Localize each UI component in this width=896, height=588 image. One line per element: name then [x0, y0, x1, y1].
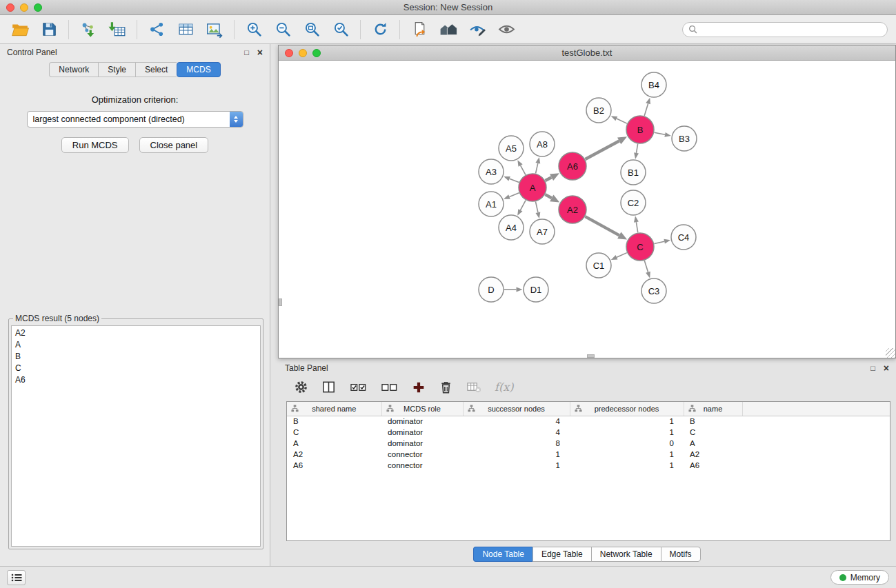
edge-B-B4[interactable]: [644, 98, 650, 116]
edge-B-B3[interactable]: [655, 132, 671, 137]
graph-node-C1[interactable]: C1: [586, 253, 611, 278]
float-panel-icon[interactable]: □: [244, 48, 249, 57]
column-header-predecessor-nodes[interactable]: predecessor nodes: [570, 402, 684, 416]
edge-A-A8[interactable]: [535, 157, 540, 173]
edge-B-B2[interactable]: [611, 116, 627, 123]
edge-A-A4[interactable]: [517, 201, 526, 216]
edge-C-C3[interactable]: [644, 261, 650, 278]
graph-node-A[interactable]: A: [519, 174, 546, 201]
show-graphics-details-button[interactable]: [492, 17, 521, 42]
memory-button[interactable]: Memory: [830, 570, 889, 585]
graph-node-B[interactable]: B: [626, 116, 654, 143]
mcds-result-item[interactable]: A6: [12, 374, 260, 386]
mcds-result-item[interactable]: C: [12, 363, 260, 374]
edge-A2-C[interactable]: [585, 216, 627, 239]
run-mcds-button[interactable]: Run MCDS: [61, 137, 129, 153]
network-canvas[interactable]: AA2A6BCA1A3A4A5A7A8B1B2B3B4C1C2C3C4DD1: [279, 61, 895, 358]
graph-node-D1[interactable]: D1: [524, 277, 548, 302]
new-table-button[interactable]: [171, 17, 200, 42]
import-table-button[interactable]: [103, 17, 132, 42]
zoom-selected-button[interactable]: [326, 17, 355, 42]
graph-node-C[interactable]: C: [626, 233, 654, 261]
graph-node-A8[interactable]: A8: [530, 132, 555, 156]
graph-node-A7[interactable]: A7: [530, 219, 555, 244]
edge-A-A6[interactable]: [546, 173, 560, 181]
edge-A-A1[interactable]: [504, 193, 519, 199]
select-all-columns-button[interactable]: [347, 378, 369, 396]
tab-node-table[interactable]: Node Table: [473, 547, 532, 562]
network-minimize-button[interactable]: [299, 49, 307, 57]
search-box[interactable]: [682, 22, 888, 37]
graph-node-A3[interactable]: A3: [479, 159, 504, 184]
mcds-result-item[interactable]: A: [12, 339, 260, 351]
search-input[interactable]: [701, 25, 882, 34]
unselect-all-columns-button[interactable]: [378, 378, 400, 396]
column-header-mcds-role[interactable]: MCDS role: [381, 402, 463, 416]
tab-network[interactable]: Network: [49, 62, 98, 77]
edge-A-A7[interactable]: [535, 202, 540, 219]
save-session-button[interactable]: [34, 17, 63, 42]
edge-C-C2[interactable]: [634, 216, 639, 232]
column-header-successor-nodes[interactable]: successor nodes: [463, 402, 570, 416]
new-network-button[interactable]: [142, 17, 171, 42]
graph-node-C4[interactable]: C4: [671, 225, 696, 250]
edge-A-A2[interactable]: [545, 194, 559, 202]
edge-D-D1[interactable]: [504, 287, 523, 292]
vertical-scroll-thumb[interactable]: [279, 298, 282, 306]
import-network-button[interactable]: [74, 17, 103, 42]
edge-A-A3[interactable]: [504, 176, 519, 183]
close-table-panel-icon[interactable]: ×: [884, 364, 889, 372]
tab-mcds[interactable]: MCDS: [177, 62, 220, 77]
column-header-name[interactable]: name: [684, 402, 742, 416]
tab-style[interactable]: Style: [98, 62, 135, 77]
function-builder-button[interactable]: f(x): [495, 381, 513, 394]
network-zoom-button[interactable]: [312, 49, 321, 57]
graph-node-D[interactable]: D: [479, 277, 504, 302]
close-panel-icon[interactable]: ×: [257, 48, 263, 57]
graph-node-A6[interactable]: A6: [559, 152, 586, 180]
horizontal-scroll-thumb[interactable]: [587, 354, 595, 358]
table-row[interactable]: Cdominator41C: [287, 427, 890, 438]
close-window-button[interactable]: [6, 3, 14, 12]
graph-node-B3[interactable]: B3: [672, 126, 697, 151]
graph-node-A5[interactable]: A5: [499, 136, 524, 161]
column-header-shared-name[interactable]: shared name: [287, 402, 381, 416]
edge-C-C4[interactable]: [654, 239, 670, 244]
edge-A-A5[interactable]: [517, 160, 526, 174]
tab-motifs[interactable]: Motifs: [661, 547, 701, 562]
graph-node-C3[interactable]: C3: [641, 278, 666, 303]
mcds-result-item[interactable]: B: [12, 351, 260, 363]
refresh-view-button[interactable]: [366, 17, 395, 42]
tab-network-table[interactable]: Network Table: [591, 547, 661, 562]
create-new-column-button[interactable]: [409, 378, 428, 396]
graph-node-A4[interactable]: A4: [499, 215, 524, 240]
node-table[interactable]: shared nameMCDS rolesuccessor nodesprede…: [286, 401, 890, 541]
graph-node-C2[interactable]: C2: [621, 190, 646, 215]
delete-columns-button[interactable]: [437, 378, 455, 396]
graph-node-A2[interactable]: A2: [559, 196, 586, 223]
task-history-button[interactable]: [7, 570, 26, 585]
zoom-fit-button[interactable]: [297, 17, 326, 42]
zoom-window-button[interactable]: [34, 3, 42, 12]
zoom-out-button[interactable]: [268, 17, 297, 42]
resize-grip[interactable]: [886, 348, 895, 358]
graph-node-B2[interactable]: B2: [586, 98, 611, 123]
table-row[interactable]: Bdominator41B: [287, 416, 890, 427]
zoom-in-button[interactable]: [239, 17, 268, 42]
apply-style-button[interactable]: [463, 17, 492, 42]
graph-node-A1[interactable]: A1: [479, 192, 504, 216]
table-row[interactable]: Adominator80A: [287, 438, 890, 449]
edge-B-B1[interactable]: [634, 144, 639, 159]
graph-node-B1[interactable]: B1: [621, 160, 646, 185]
delete-table-button[interactable]: [464, 378, 483, 396]
network-close-button[interactable]: [285, 49, 293, 57]
table-settings-button[interactable]: [292, 378, 310, 396]
float-table-panel-icon[interactable]: □: [870, 364, 875, 372]
mcds-result-list[interactable]: A2ABCA6: [11, 325, 261, 547]
export-image-button[interactable]: [200, 17, 229, 42]
tab-edge-table[interactable]: Edge Table: [532, 547, 591, 562]
open-session-button[interactable]: [6, 17, 34, 42]
edge-C-C1[interactable]: [611, 253, 627, 260]
home-button[interactable]: [434, 17, 463, 42]
show-columns-button[interactable]: [319, 378, 338, 396]
